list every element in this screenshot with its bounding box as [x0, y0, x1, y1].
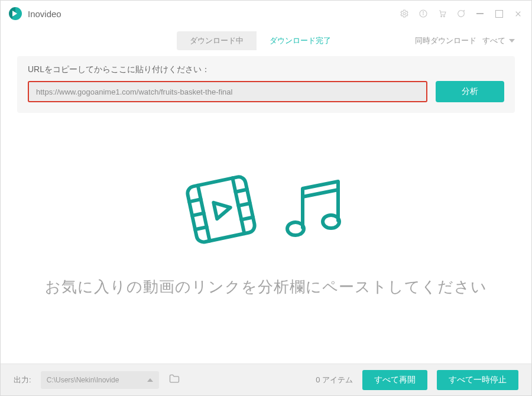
simultaneous-download-label: 同時ダウンロード: [415, 36, 476, 46]
app-title: Inovideo: [28, 9, 61, 19]
analyze-button[interactable]: 分析: [436, 81, 504, 102]
svg-point-3: [423, 12, 423, 12]
items-count: 0 アイテム: [316, 375, 353, 385]
svg-line-15: [238, 203, 250, 206]
svg-line-14: [235, 189, 247, 191]
tab-downloading[interactable]: ダウンロード中: [177, 31, 257, 50]
url-input[interactable]: [36, 87, 419, 96]
svg-line-16: [241, 217, 253, 219]
chevron-down-icon: [509, 39, 515, 43]
video-clip-icon: [181, 168, 264, 253]
output-path-select[interactable]: C:\Users\Nekin\Inovide: [41, 371, 159, 389]
open-folder-button[interactable]: [168, 373, 180, 387]
pause-all-button[interactable]: すべて一時停止: [437, 370, 518, 390]
simultaneous-download-select[interactable]: すべて: [482, 36, 515, 46]
resume-all-button[interactable]: すべて再開: [362, 370, 427, 390]
chevron-up-icon: [147, 378, 153, 382]
tab-row: ダウンロード中 ダウンロード完了 同時ダウンロード すべて: [1, 27, 531, 56]
svg-point-0: [403, 12, 406, 15]
music-note-icon: [274, 171, 351, 250]
tabs: ダウンロード中 ダウンロード完了: [177, 31, 344, 50]
settings-icon[interactable]: [399, 8, 410, 19]
svg-point-5: [443, 16, 445, 17]
url-input-wrapper[interactable]: [28, 81, 427, 102]
url-label: URLをコピーしてからここに貼り付けください：: [28, 64, 504, 75]
content-area: お気に入りの動画のリンクを分析欄にペーストしてください: [1, 113, 531, 363]
tab-completed[interactable]: ダウンロード完了: [257, 31, 344, 50]
app-logo-icon: [9, 7, 22, 20]
info-icon[interactable]: [418, 8, 429, 19]
simultaneous-download-value: すべて: [482, 36, 505, 46]
empty-state-message: お気に入りの動画のリンクを分析欄にペーストしてください: [27, 277, 505, 297]
window-maximize-icon[interactable]: [494, 8, 504, 19]
footer: 出力: C:\Users\Nekin\Inovide 0 アイテム すべて再開 …: [1, 363, 531, 395]
window-close-icon[interactable]: [512, 8, 523, 19]
cart-icon[interactable]: [437, 8, 447, 19]
window-minimize-icon[interactable]: [475, 8, 485, 19]
empty-illustration: [181, 168, 351, 253]
svg-marker-17: [213, 199, 232, 219]
output-label: 出力:: [14, 375, 31, 385]
svg-line-13: [195, 227, 207, 229]
url-panel: URLをコピーしてからここに貼り付けください： 分析: [17, 56, 515, 113]
chat-icon[interactable]: [456, 8, 466, 19]
svg-line-11: [189, 199, 201, 202]
title-bar: Inovideo: [1, 1, 531, 27]
svg-line-12: [192, 213, 204, 215]
app-window: Inovideo ダウンロード中 ダウンロード完: [0, 0, 532, 396]
output-path-value: C:\Users\Nekin\Inovide: [47, 376, 119, 384]
svg-point-4: [441, 16, 442, 17]
window-controls: [399, 8, 523, 19]
simultaneous-download: 同時ダウンロード すべて: [415, 36, 515, 46]
